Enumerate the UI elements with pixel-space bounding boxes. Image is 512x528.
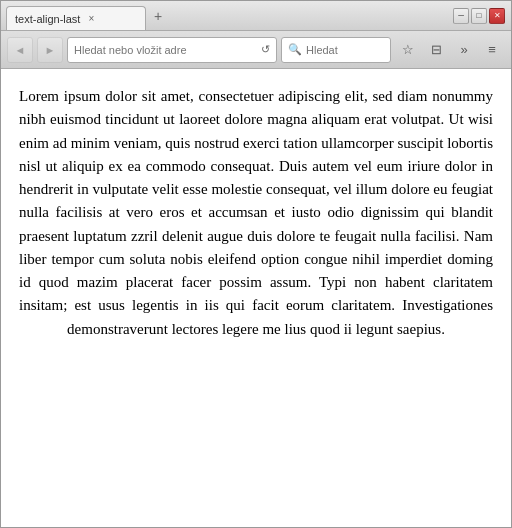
maximize-button[interactable]: □ (471, 8, 487, 24)
back-button[interactable]: ◄ (7, 37, 33, 63)
tab-close-button[interactable]: × (86, 13, 96, 24)
tab-label: text-align-last (15, 13, 80, 25)
window-controls: ─ □ ✕ (447, 1, 511, 30)
tab-area: text-align-last × + (1, 1, 447, 30)
back-icon: ◄ (15, 44, 26, 56)
active-tab[interactable]: text-align-last × (6, 6, 146, 30)
close-button[interactable]: ✕ (489, 8, 505, 24)
nav-bar: ◄ ► ↺ 🔍 ☆ ⊟ » ≡ (1, 31, 511, 69)
search-input[interactable] (306, 44, 384, 56)
new-tab-button[interactable]: + (146, 4, 170, 28)
more-tools-icon: » (460, 42, 467, 57)
more-tools-button[interactable]: » (451, 37, 477, 63)
nav-actions: ☆ ⊟ » ≡ (395, 37, 505, 63)
lorem-paragraph: Lorem ipsum dolor sit amet, consectetuer… (19, 85, 493, 341)
address-bar[interactable]: ↺ (67, 37, 277, 63)
browser-window: text-align-last × + ─ □ ✕ ◄ ► ↺ (0, 0, 512, 528)
forward-icon: ► (45, 44, 56, 56)
title-bar: text-align-last × + ─ □ ✕ (1, 1, 511, 31)
reader-icon: ⊟ (431, 42, 442, 57)
menu-button[interactable]: ≡ (479, 37, 505, 63)
reader-button[interactable]: ⊟ (423, 37, 449, 63)
menu-icon: ≡ (488, 42, 496, 57)
search-icon: 🔍 (288, 43, 302, 56)
page-content: Lorem ipsum dolor sit amet, consectetuer… (1, 69, 511, 527)
forward-button[interactable]: ► (37, 37, 63, 63)
search-bar[interactable]: 🔍 (281, 37, 391, 63)
bookmark-icon: ☆ (402, 42, 414, 57)
minimize-button[interactable]: ─ (453, 8, 469, 24)
address-input[interactable] (74, 44, 257, 56)
refresh-button[interactable]: ↺ (261, 43, 270, 56)
bookmark-button[interactable]: ☆ (395, 37, 421, 63)
